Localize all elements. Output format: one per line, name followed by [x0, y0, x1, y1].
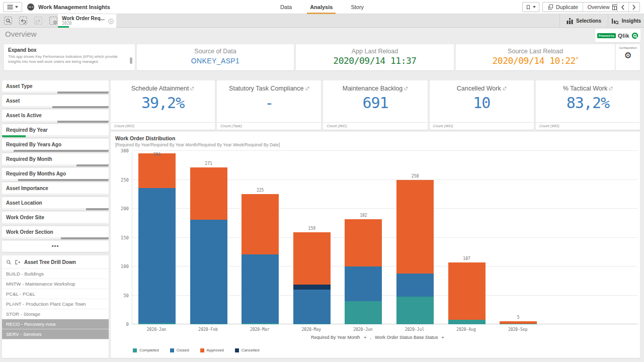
bar-total-2020-feb: 271: [191, 161, 226, 166]
expand-box-card[interactable]: Expand box This app shows Key Performanc…: [4, 44, 135, 70]
kpi-title-text: Schedule Attainment: [131, 85, 189, 92]
bar-completed-2020-aug[interactable]: [448, 320, 486, 324]
kpi-value: -: [217, 94, 321, 112]
insights-label: Insights: [622, 18, 641, 24]
kpi-cancelled-work[interactable]: Cancelled Work10Count (WO): [430, 80, 534, 130]
tree-item-pc-l[interactable]: PC&L - PC&L: [2, 289, 109, 299]
bookmark-button[interactable]: [522, 2, 539, 12]
bar-approved-2020-jun[interactable]: [345, 219, 382, 266]
filter-label: Asset Type: [2, 80, 109, 89]
kpi-schedule-attainment[interactable]: Schedule Attainment39,2%Count (WO): [111, 80, 215, 130]
bar-completed-2020-jul[interactable]: [396, 297, 434, 324]
bar-approved-2020-mar[interactable]: [242, 194, 279, 254]
bar-approved-2020-jul[interactable]: [396, 180, 434, 274]
legend-item-closed[interactable]: Closed: [170, 348, 189, 352]
filter-required-by-year[interactable]: Required By Year: [2, 124, 109, 137]
selection-segment-light: [2, 121, 57, 123]
bar-completed-2020-mar[interactable]: [242, 323, 279, 324]
filter-asset-type[interactable]: Asset Type: [2, 80, 109, 94]
kpi-footer-measure: Count (WO): [536, 122, 640, 130]
bar-completed-2020-jan[interactable]: [138, 323, 176, 324]
y-tick-200: 200: [111, 206, 129, 211]
filter-required-by-month[interactable]: Required By Month: [2, 153, 109, 166]
tab-story[interactable]: Story: [351, 0, 364, 14]
bar-completed-2020-may[interactable]: [293, 324, 331, 324]
selection-step-forward-button[interactable]: [34, 17, 42, 25]
bar-total-2020-jul: 250: [397, 174, 433, 178]
undo-arrow-icon: [20, 18, 26, 24]
bar-closed-2020-jan[interactable]: [138, 188, 176, 323]
configuration-card[interactable]: Configuration ⚙: [616, 44, 640, 70]
powered-by-qlik-badge[interactable]: Powered by Qlik: [595, 29, 640, 42]
kpi-maintenance-backlog[interactable]: Maintenance Backlog691Count (WO): [323, 80, 427, 130]
tree-item-stor[interactable]: STOR - Storage: [2, 309, 109, 319]
filter-required-by-months-ago[interactable]: Required By Months Ago: [2, 168, 109, 181]
close-tab-button[interactable]: [108, 17, 114, 26]
bar-closed-2020-jun[interactable]: [345, 266, 382, 301]
legend-label: Closed: [177, 348, 189, 352]
kpi-statutory-task-compliance[interactable]: Statutory Task Compliance-Count (Task): [217, 80, 321, 130]
selection-state-bar: [2, 208, 109, 210]
selection-state-bar: [2, 150, 109, 152]
bar-closed-2020-mar[interactable]: [242, 254, 279, 323]
selection-step-back-button[interactable]: [19, 17, 27, 25]
series-dimension-selector[interactable]: Work Order Status Base Status: [375, 335, 438, 340]
clear-selections-button[interactable]: [49, 17, 57, 25]
bar-completed-2020-jun[interactable]: [345, 301, 382, 324]
tree-item-plant[interactable]: PLANT - Production Plant Cape Town: [2, 299, 109, 309]
source-of-data-value: ONKEY_ASP1: [137, 57, 294, 65]
previous-sheet-button[interactable]: [617, 3, 629, 12]
duplicate-button[interactable]: Duplicate: [543, 3, 583, 12]
next-sheet-button[interactable]: [629, 3, 640, 12]
legend-item-completed[interactable]: Completed: [133, 348, 159, 352]
search-icon[interactable]: [6, 259, 12, 265]
filter-asset-is-active[interactable]: Asset Is Active: [2, 110, 109, 123]
filter-asset-importance[interactable]: Asset Importance: [2, 183, 109, 196]
expand-box-title: Expand box: [8, 47, 135, 53]
bar-cancelled-2020-may[interactable]: [293, 285, 331, 290]
bar-approved-2020-may[interactable]: [293, 232, 331, 285]
filter-label: Required By Months Ago: [2, 168, 109, 176]
legend-label: Completed: [139, 348, 159, 352]
selections-tool-button[interactable]: Selections: [559, 14, 608, 28]
tree-item-build[interactable]: BUILD - Buildings: [2, 269, 109, 279]
filter-asset-location[interactable]: Asset Location: [2, 197, 109, 210]
bar-total-2020-jun: 182: [346, 213, 381, 218]
filter-asset[interactable]: Asset: [2, 95, 109, 108]
tab-data[interactable]: Data: [280, 0, 292, 14]
kpi-tactical-work[interactable]: % Tactical Work83,2%Count (WO): [536, 80, 640, 130]
bar-total-2020-mar: 225: [243, 188, 278, 193]
y-tick-250: 250: [111, 177, 129, 183]
legend-item-approved[interactable]: Approved: [200, 348, 224, 352]
insights-tool-button[interactable]: Insights: [608, 14, 644, 28]
gear-icon[interactable]: ⚙: [616, 51, 640, 60]
tree-item-reco[interactable]: RECO - Recovery Area: [2, 319, 109, 329]
tree-item-serv[interactable]: SERV - Services: [2, 329, 109, 339]
bar-approved-2020-sep[interactable]: [500, 321, 537, 324]
x-dimension-selector[interactable]: Required By Year Month: [311, 335, 360, 340]
filter-work-order-section[interactable]: Work Order Section: [2, 226, 109, 239]
bar-completed-2020-sep[interactable]: [500, 324, 537, 324]
bar-closed-2020-may[interactable]: [293, 290, 331, 324]
scrollbar-thumb[interactable]: [130, 57, 132, 64]
legend-item-cancelled[interactable]: Cancelled: [235, 348, 260, 352]
kpi-footer-measure: Count (Task): [217, 122, 321, 130]
tab-analysis[interactable]: Analysis: [310, 0, 333, 14]
tree-item-mntw[interactable]: MNTW - Maintenance Workshop: [2, 279, 109, 289]
bar-closed-2020-feb[interactable]: [190, 220, 227, 324]
bar-approved-2020-jan[interactable]: [138, 153, 176, 188]
more-filters-button[interactable]: •••: [2, 241, 109, 252]
selection-state-bar: [2, 223, 109, 225]
bar-approved-2020-feb[interactable]: [190, 167, 227, 220]
filter-work-order-site[interactable]: Work Order Site: [2, 212, 109, 225]
selection-state-bar: [2, 121, 109, 123]
bar-approved-2020-aug[interactable]: [448, 262, 486, 320]
bar-total-2020-may: 159: [294, 226, 330, 231]
bar-completed-2020-feb[interactable]: [190, 324, 227, 324]
active-sheet-tab[interactable]: Work Order Req... 2020: [58, 14, 116, 28]
selection-segment-light: [2, 164, 76, 166]
duplicate-label: Duplicate: [556, 4, 578, 10]
bar-closed-2020-jul[interactable]: [396, 274, 434, 297]
filter-required-by-years-ago[interactable]: Required By Years Ago: [2, 139, 109, 152]
smart-search-button[interactable]: [4, 17, 12, 25]
